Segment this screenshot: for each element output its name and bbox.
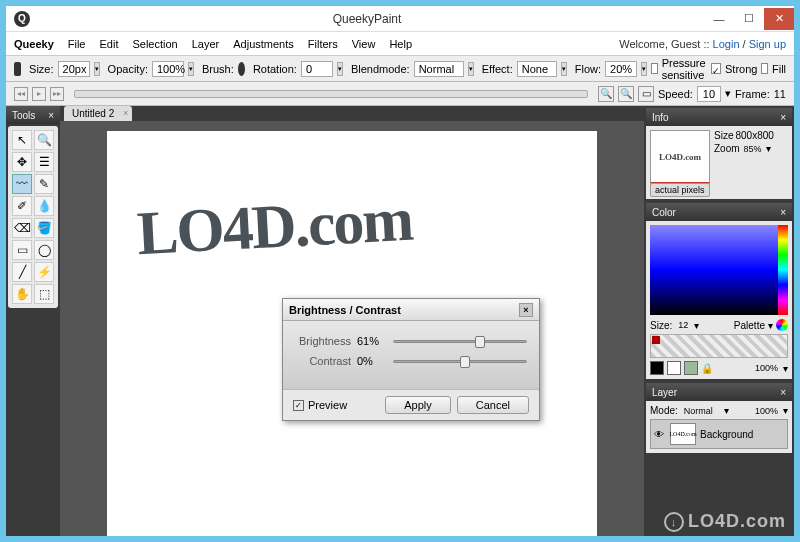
color-panel-close-icon[interactable]: ×: [780, 207, 786, 218]
eraser-tool[interactable]: ⌫: [12, 218, 32, 238]
color-opacity-field[interactable]: 100%: [753, 363, 780, 373]
rewind-button[interactable]: ◂◂: [14, 87, 28, 101]
blendmode-field[interactable]: Normal: [414, 61, 464, 77]
line-tool[interactable]: ╱: [12, 262, 32, 282]
frame-label: Frame:: [735, 88, 770, 100]
maximize-button[interactable]: ☐: [734, 8, 764, 30]
actual-pixels-button[interactable]: actual pixels: [650, 183, 710, 197]
forward-button[interactable]: ▸▸: [50, 87, 64, 101]
close-button[interactable]: ✕: [764, 8, 794, 30]
lightning-tool[interactable]: ⚡: [34, 262, 54, 282]
rotation-field[interactable]: 0: [301, 61, 333, 77]
brightness-slider-thumb[interactable]: [475, 336, 485, 348]
pen-tool[interactable]: ✐: [12, 196, 32, 216]
opacity-field[interactable]: 100%: [152, 61, 184, 77]
preview-checkbox[interactable]: ✓: [293, 400, 304, 411]
background-color[interactable]: [667, 361, 681, 375]
zoom-out-button[interactable]: 🔍: [598, 86, 614, 102]
swatch-item[interactable]: [652, 336, 660, 344]
menu-filters[interactable]: Filters: [308, 38, 338, 50]
flow-field[interactable]: 20%: [605, 61, 637, 77]
zoom-in-button[interactable]: 🔍: [618, 86, 634, 102]
blur-tool[interactable]: 💧: [34, 196, 54, 216]
lasso-tool[interactable]: ☰: [34, 152, 54, 172]
speed-field[interactable]: 10: [697, 86, 721, 102]
color-picker[interactable]: [650, 225, 788, 315]
minimize-button[interactable]: —: [704, 8, 734, 30]
hue-bar[interactable]: [778, 225, 788, 315]
effect-field[interactable]: None: [517, 61, 557, 77]
layer-mode-field[interactable]: Normal: [681, 406, 721, 416]
secondary-color[interactable]: [684, 361, 698, 375]
tools-panel-close-icon[interactable]: ×: [48, 110, 54, 121]
menu-help[interactable]: Help: [389, 38, 412, 50]
contrast-slider-thumb[interactable]: [460, 356, 470, 368]
brush-size-dropdown-icon[interactable]: ▾: [694, 320, 699, 331]
info-panel-close-icon[interactable]: ×: [780, 112, 786, 123]
brush-preview-icon[interactable]: [14, 62, 21, 76]
menu-view[interactable]: View: [352, 38, 376, 50]
zoom-dropdown-icon[interactable]: ▾: [766, 143, 771, 154]
opacity-dropdown-icon[interactable]: ▾: [188, 62, 194, 76]
timeline-track[interactable]: [74, 90, 588, 98]
speed-dropdown-icon[interactable]: ▾: [725, 87, 731, 100]
dialog-close-icon[interactable]: ×: [519, 303, 533, 317]
move-tool[interactable]: ✥: [12, 152, 32, 172]
pressure-checkbox[interactable]: [651, 63, 658, 74]
rotation-dropdown-icon[interactable]: ▾: [337, 62, 343, 76]
menu-layer[interactable]: Layer: [192, 38, 220, 50]
layer-opacity-dropdown-icon[interactable]: ▾: [783, 405, 788, 416]
zoom-tool[interactable]: 🔍: [34, 130, 54, 150]
apply-button[interactable]: Apply: [385, 396, 451, 414]
layer-opacity-field[interactable]: 100%: [753, 406, 780, 416]
swatch-grid[interactable]: [650, 334, 788, 358]
layer-visibility-icon[interactable]: 👁: [654, 429, 666, 440]
flow-dropdown-icon[interactable]: ▾: [641, 62, 647, 76]
hand-tool[interactable]: ✋: [12, 284, 32, 304]
layer-panel-close-icon[interactable]: ×: [780, 387, 786, 398]
pressure-label: Pressure sensitive: [662, 57, 707, 81]
pointer-tool[interactable]: ↖: [12, 130, 32, 150]
login-link[interactable]: Login: [713, 38, 740, 50]
lock-icon[interactable]: 🔒: [701, 363, 713, 374]
dialog-header[interactable]: Brightness / Contrast ×: [283, 299, 539, 321]
layer-mode-dropdown-icon[interactable]: ▾: [724, 405, 729, 416]
blendmode-dropdown-icon[interactable]: ▾: [468, 62, 474, 76]
menu-file[interactable]: File: [68, 38, 86, 50]
work-area: Tools × ↖ 🔍 ✥ ☰ 〰 ✎ ✐ 💧 ⌫ 🪣 ▭ ◯ ╱ ⚡ ✋ ⬚: [6, 106, 794, 536]
fill-checkbox[interactable]: [761, 63, 768, 74]
cancel-button[interactable]: Cancel: [457, 396, 529, 414]
brightness-slider[interactable]: [393, 335, 527, 347]
zoom-field[interactable]: 85%: [742, 144, 764, 154]
pencil-tool[interactable]: ✎: [34, 174, 54, 194]
size-dropdown-icon[interactable]: ▾: [94, 62, 100, 76]
menu-selection[interactable]: Selection: [132, 38, 177, 50]
foreground-color[interactable]: [650, 361, 664, 375]
color-opacity-dropdown-icon[interactable]: ▾: [783, 363, 788, 374]
play-button[interactable]: ▸: [32, 87, 46, 101]
fit-button[interactable]: ▭: [638, 86, 654, 102]
rotation-label: Rotation:: [253, 63, 297, 75]
strong-checkbox[interactable]: [711, 63, 721, 74]
bucket-tool[interactable]: 🪣: [34, 218, 54, 238]
effect-dropdown-icon[interactable]: ▾: [561, 62, 567, 76]
menu-adjustments[interactable]: Adjustments: [233, 38, 294, 50]
brush-tool[interactable]: 〰: [12, 174, 32, 194]
palette-label[interactable]: Palette: [734, 320, 765, 331]
palette-dropdown-icon[interactable]: ▾: [768, 320, 773, 331]
brand-label[interactable]: Queeky: [14, 38, 54, 50]
contrast-slider[interactable]: [393, 355, 527, 367]
crop-tool[interactable]: ⬚: [34, 284, 54, 304]
size-field[interactable]: 20px: [58, 61, 90, 77]
menu-edit[interactable]: Edit: [99, 38, 118, 50]
signup-link[interactable]: Sign up: [749, 38, 786, 50]
ellipse-tool[interactable]: ◯: [34, 240, 54, 260]
document-tab[interactable]: Untitled 2 ×: [64, 106, 132, 121]
layer-item[interactable]: 👁 LO4D.com Background: [650, 419, 788, 449]
rectangle-tool[interactable]: ▭: [12, 240, 32, 260]
color-wheel-icon[interactable]: [776, 319, 788, 331]
tab-close-icon[interactable]: ×: [123, 108, 128, 118]
brush-shape-icon[interactable]: [238, 62, 245, 76]
canvas-preview[interactable]: LO4D.com: [650, 130, 710, 184]
brush-size-field[interactable]: 12: [675, 320, 691, 330]
